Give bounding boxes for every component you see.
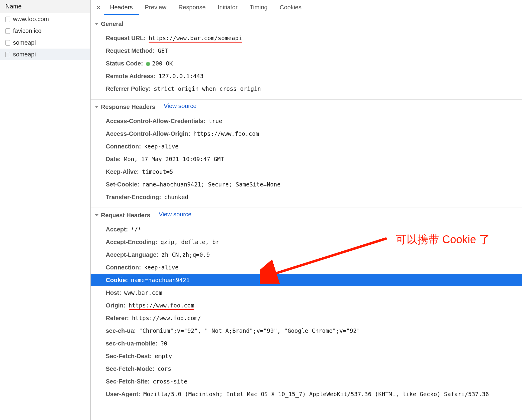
sidebar-item-favicon-ico[interactable]: favicon.ico	[0, 25, 90, 37]
header-row-accept-encoding[interactable]: Accept-Encoding:gzip, deflate, br	[105, 236, 522, 248]
section-header-response[interactable]: Response Headers View source	[91, 100, 522, 113]
tab-preview[interactable]: Preview	[139, 0, 172, 15]
sidebar-item-someapi[interactable]: someapi	[0, 49, 90, 60]
header-value: gzip, deflate, br	[160, 238, 219, 247]
file-icon	[5, 28, 10, 34]
view-source-response[interactable]: View source	[164, 103, 197, 110]
header-row-sec-fetch-mode[interactable]: Sec-Fetch-Mode:cors	[105, 362, 522, 375]
header-row-access-control-allow-credentials[interactable]: Access-Control-Allow-Credentials:true	[105, 115, 522, 127]
header-row-remoteaddress[interactable]: Remote Address:127.0.0.1:443	[105, 70, 522, 82]
section-title-general: General	[101, 21, 123, 27]
chevron-down-icon	[95, 106, 98, 108]
header-value: "Chromium";v="92", " Not A;Brand";v="99"…	[139, 326, 360, 335]
sidebar-header-name[interactable]: Name	[0, 0, 90, 13]
request-detail-panel: HeadersPreviewResponseInitiatorTimingCoo…	[91, 0, 522, 420]
header-value: true	[208, 117, 222, 126]
header-label: Status Code:	[106, 59, 143, 68]
header-label: sec-ch-ua-mobile:	[106, 339, 157, 348]
header-label: Connection:	[106, 142, 141, 151]
header-row-host[interactable]: Host:www.bar.com	[105, 286, 522, 299]
header-value: 200 OK	[146, 59, 173, 68]
sidebar-item-label: favicon.ico	[13, 27, 42, 34]
header-label: sec-ch-ua:	[106, 326, 136, 335]
header-value: cors	[157, 364, 171, 373]
chevron-down-icon	[95, 214, 98, 216]
file-icon	[5, 17, 10, 22]
header-row-connection[interactable]: Connection:keep-alive	[105, 261, 522, 274]
close-icon	[96, 5, 101, 10]
header-label: Sec-Fetch-Site:	[106, 377, 150, 386]
header-label: Access-Control-Allow-Credentials:	[106, 116, 205, 126]
sidebar-item-www-foo-com[interactable]: www.foo.com	[0, 13, 90, 25]
tab-initiator[interactable]: Initiator	[212, 0, 244, 15]
header-value: empty	[155, 352, 172, 361]
header-row-access-control-allow-origin[interactable]: Access-Control-Allow-Origin:https://www.…	[105, 127, 522, 140]
status-dot-icon	[146, 62, 150, 66]
header-row-referer[interactable]: Referer:https://www.foo.com/	[105, 312, 522, 324]
sidebar-item-label: someapi	[13, 39, 36, 46]
header-value: ?0	[160, 339, 167, 348]
header-label: Origin:	[106, 301, 126, 310]
header-row-referrerpolicy[interactable]: Referrer Policy:strict-origin-when-cross…	[105, 82, 522, 95]
header-row-statuscode[interactable]: Status Code:200 OK	[105, 57, 522, 70]
tab-cookies[interactable]: Cookies	[274, 0, 308, 15]
header-row-set-cookie[interactable]: Set-Cookie:name=haochuan9421; Secure; Sa…	[105, 178, 522, 191]
section-request-headers: Request Headers View source Accept:*/*Ac…	[91, 208, 522, 405]
header-row-date[interactable]: Date:Mon, 17 May 2021 10:09:47 GMT	[105, 153, 522, 165]
header-value: keep-alive	[144, 263, 179, 272]
header-value: name=haochuan9421	[131, 276, 189, 285]
header-row-origin[interactable]: Origin:https://www.foo.com	[105, 299, 522, 312]
header-row-requestmethod[interactable]: Request Method:GET	[105, 44, 522, 57]
header-label: User-Agent:	[106, 390, 140, 399]
header-label: Request URL:	[106, 33, 146, 43]
header-row-connection[interactable]: Connection:keep-alive	[105, 140, 522, 153]
file-icon	[5, 40, 10, 46]
header-row-user-agent[interactable]: User-Agent:Mozilla/5.0 (Macintosh; Intel…	[105, 388, 522, 400]
tab-response[interactable]: Response	[172, 0, 212, 15]
header-label: Keep-Alive:	[106, 167, 139, 176]
header-row-requesturl[interactable]: Request URL:https://www.bar.com/someapi	[105, 32, 522, 44]
header-value: zh-CN,zh;q=0.9	[161, 250, 210, 259]
header-row-cookie[interactable]: Cookie:name=haochuan9421	[91, 274, 522, 286]
network-request-list: Name www.foo.comfavicon.icosomeapisomeap…	[0, 0, 91, 420]
header-value: Mozilla/5.0 (Macintosh; Intel Mac OS X 1…	[143, 390, 489, 399]
header-label: Referrer Policy:	[106, 84, 151, 93]
section-general: General Request URL:https://www.bar.com/…	[91, 18, 522, 100]
header-value: timeout=5	[142, 167, 173, 176]
sidebar-item-someapi[interactable]: someapi	[0, 37, 90, 49]
header-row-keep-alive[interactable]: Keep-Alive:timeout=5	[105, 165, 522, 178]
header-label: Date:	[106, 154, 121, 164]
section-title-request-headers: Request Headers	[101, 212, 150, 219]
chevron-down-icon	[95, 23, 98, 25]
header-row-accept[interactable]: Accept:*/*	[105, 223, 522, 236]
header-value: chunked	[164, 193, 188, 202]
header-label: Referer:	[106, 313, 129, 323]
header-label: Sec-Fetch-Dest:	[106, 352, 152, 361]
header-label: Transfer-Encoding:	[106, 192, 161, 202]
section-title-response-headers: Response Headers	[101, 103, 155, 110]
header-label: Sec-Fetch-Mode:	[106, 364, 154, 373]
sidebar-item-label: www.foo.com	[13, 16, 49, 23]
header-row-sec-fetch-dest[interactable]: Sec-Fetch-Dest:empty	[105, 350, 522, 362]
view-source-request[interactable]: View source	[159, 211, 192, 218]
header-label: Connection:	[106, 263, 141, 272]
header-value: 127.0.0.1:443	[159, 72, 204, 81]
header-label: Remote Address:	[106, 72, 156, 81]
section-header-general[interactable]: General	[91, 18, 522, 30]
header-label: Accept-Language:	[106, 250, 158, 259]
header-row-sec-ch-ua-mobile[interactable]: sec-ch-ua-mobile:?0	[105, 337, 522, 350]
header-value: name=haochuan9421; Secure; SameSite=None	[142, 180, 281, 189]
header-row-accept-language[interactable]: Accept-Language:zh-CN,zh;q=0.9	[105, 248, 522, 261]
tab-timing[interactable]: Timing	[243, 0, 273, 15]
header-row-transfer-encoding[interactable]: Transfer-Encoding:chunked	[105, 191, 522, 203]
file-icon	[5, 52, 10, 57]
header-label: Access-Control-Allow-Origin:	[106, 129, 190, 138]
detail-tabbar: HeadersPreviewResponseInitiatorTimingCoo…	[91, 0, 522, 15]
header-label: Set-Cookie:	[106, 180, 139, 189]
header-row-sec-fetch-site[interactable]: Sec-Fetch-Site:cross-site	[105, 375, 522, 388]
tab-headers[interactable]: Headers	[104, 0, 139, 15]
close-detail-button[interactable]	[93, 2, 104, 13]
header-label: Accept-Encoding:	[106, 237, 157, 247]
header-row-sec-ch-ua[interactable]: sec-ch-ua:"Chromium";v="92", " Not A;Bra…	[105, 324, 522, 337]
section-header-request[interactable]: Request Headers View source	[91, 208, 522, 222]
